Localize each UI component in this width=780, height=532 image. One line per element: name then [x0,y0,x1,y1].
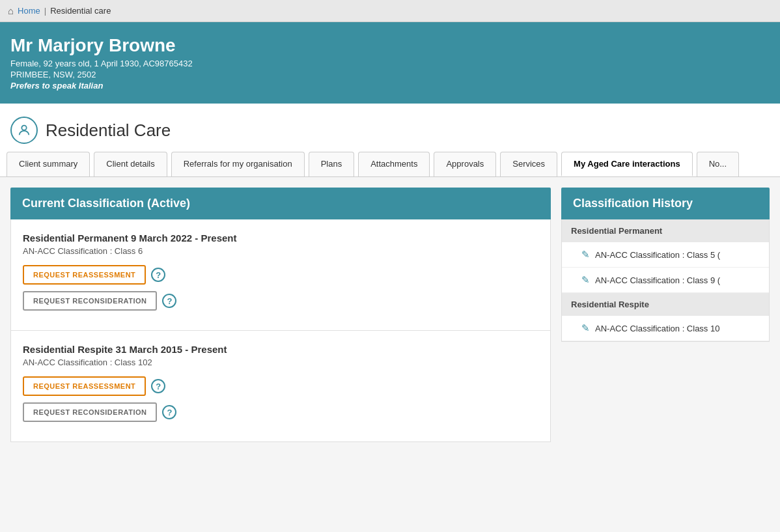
tab-notes[interactable]: No... [697,152,739,176]
classification-item-permanent: Residential Permanent 9 March 2022 - Pre… [11,219,550,331]
tab-approvals[interactable]: Approvals [434,152,496,176]
history-perm-item-2: ✎ AN-ACC Classification : Class 9 ( [562,268,769,293]
history-perm-label: Residential Permanent [562,219,769,242]
tabs-container: Client summary Client details Referrals … [0,144,780,177]
history-respite-label: Residential Respite [562,293,769,316]
patient-language: Prefers to speak Italian [10,81,770,91]
history-perm-item-2-text: AN-ACC Classification : Class 9 ( [595,275,720,285]
respite-reassess-row: REQUEST REASSESSMENT ? [23,376,538,396]
history-perm-item-2-icon: ✎ [581,274,590,286]
residential-care-icon [10,117,38,144]
history-header: Classification History [561,188,770,219]
respite-reconsider-help-icon[interactable]: ? [162,405,176,419]
respite-reconsider-row: REQUEST RECONSIDERATION ? [23,402,538,422]
patient-address: PRIMBEE, NSW, 2502 [10,70,770,79]
tab-services[interactable]: Services [500,152,557,176]
classification-item-respite: Residential Respite 31 March 2015 - Pres… [11,331,550,441]
perm-sub: AN-ACC Classification : Class 6 [23,246,538,256]
history-respite-item-1-text: AN-ACC Classification : Class 10 [595,324,719,333]
respite-reassess-help-icon[interactable]: ? [151,379,165,393]
current-classification-body: Residential Permanent 9 March 2022 - Pre… [10,219,551,442]
respite-title: Residential Respite 31 March 2015 - Pres… [23,344,538,355]
patient-header: Mr Marjory Browne Female, 92 years old, … [0,22,780,104]
tab-client-details[interactable]: Client details [94,152,167,176]
perm-title: Residential Permanent 9 March 2022 - Pre… [23,232,538,244]
respite-reassess-button[interactable]: REQUEST REASSESSMENT [23,376,146,396]
patient-name: Mr Marjory Browne [10,35,770,56]
tab-client-summary[interactable]: Client summary [7,152,90,176]
section-header: Residential Care [0,104,780,144]
history-respite-item-1: ✎ AN-ACC Classification : Class 10 [562,316,769,341]
section-title: Residential Care [46,120,171,141]
breadcrumb-separator: | [44,6,46,16]
tab-aged-care-interactions[interactable]: My Aged Care interactions [561,152,693,176]
current-classification-header: Current Classification (Active) [10,188,551,219]
history-perm-item-1: ✎ AN-ACC Classification : Class 5 ( [562,242,769,268]
tab-referrals[interactable]: Referrals for my organisation [171,152,305,176]
breadcrumb-current: Residential care [50,6,111,16]
svg-point-0 [21,126,26,130]
home-link[interactable]: Home [18,6,40,16]
home-icon: ⌂ [8,5,14,16]
tab-attachments[interactable]: Attachments [358,152,430,176]
main-content: Current Classification (Active) Resident… [0,177,780,453]
breadcrumb: ⌂ Home | Residential care [0,0,780,22]
classification-history-panel: Classification History Residential Perma… [561,188,770,442]
history-body: Residential Permanent ✎ AN-ACC Classific… [561,219,770,342]
perm-reassess-row: REQUEST REASSESSMENT ? [23,265,538,285]
history-respite-item-1-icon: ✎ [581,322,590,334]
patient-details: Female, 92 years old, 1 April 1930, AC98… [10,59,770,68]
current-classification-panel: Current Classification (Active) Resident… [10,188,551,442]
history-perm-item-1-icon: ✎ [581,249,590,260]
respite-reconsider-button[interactable]: REQUEST RECONSIDERATION [23,402,157,422]
history-perm-item-1-text: AN-ACC Classification : Class 5 ( [595,250,720,260]
respite-sub: AN-ACC Classification : Class 102 [23,357,538,367]
perm-reassess-help-icon[interactable]: ? [151,268,165,282]
tab-plans[interactable]: Plans [309,152,355,176]
perm-reconsider-row: REQUEST RECONSIDERATION ? [23,291,538,311]
perm-reconsider-button[interactable]: REQUEST RECONSIDERATION [23,291,157,311]
perm-reconsider-help-icon[interactable]: ? [162,294,176,308]
perm-reassess-button[interactable]: REQUEST REASSESSMENT [23,265,146,285]
